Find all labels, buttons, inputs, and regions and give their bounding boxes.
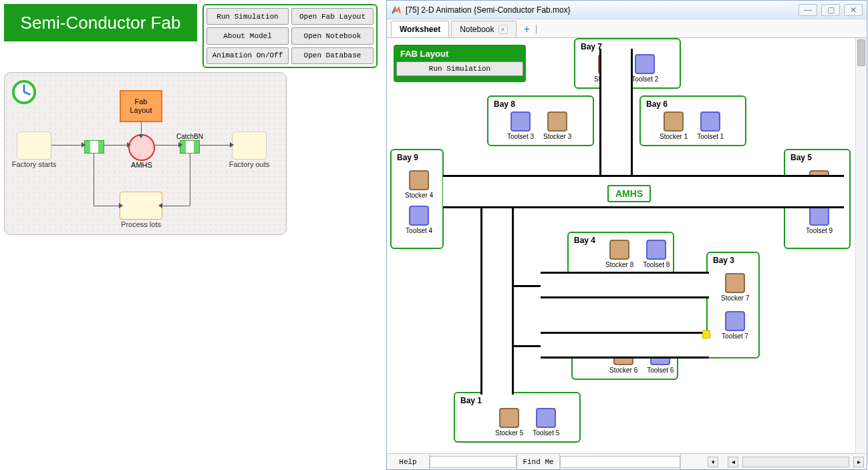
tab-bar: Worksheet Notebook× + <box>387 19 867 38</box>
stocker-8-label: Stocker 8 <box>605 261 633 268</box>
bay-1[interactable]: Bay 1 Stocker 5 Toolset 5 <box>454 392 581 443</box>
bay-6[interactable]: Bay 6 Stocker 1 Toolset 1 <box>639 95 746 146</box>
about-model-button[interactable]: About Model <box>206 27 289 44</box>
bay-1-title: Bay 1 <box>460 396 482 405</box>
toolset-3-label: Toolset 3 <box>507 133 534 140</box>
process-lots-node[interactable]: Process lots <box>120 192 162 220</box>
factory-starts-node[interactable]: Factory starts <box>17 132 51 160</box>
arrow <box>94 154 94 206</box>
arrow <box>162 206 190 206</box>
amhs-node[interactable]: AMHS <box>128 134 155 161</box>
control-button-panel: Run Simulation Open Fab Layout About Mod… <box>202 4 378 68</box>
tab-worksheet[interactable]: Worksheet <box>391 21 449 37</box>
fab-layout-title: FAB Layout <box>400 49 523 59</box>
toolset-7[interactable]: Toolset 7 <box>721 311 749 340</box>
toolset-4[interactable]: Toolset 4 <box>405 206 433 234</box>
toolset-1-label: Toolset 1 <box>697 133 724 140</box>
arrow <box>200 145 230 146</box>
scroll-right-button[interactable]: ▸ <box>853 457 864 467</box>
amhs-stub <box>511 285 541 287</box>
run-simulation-button[interactable]: Run Simulation <box>206 8 289 25</box>
tab-notebook-label: Notebook <box>460 25 494 34</box>
bay-8[interactable]: Bay 8 Toolset 3 Stocker 3 <box>487 95 594 146</box>
find-me-cell[interactable]: Find Me <box>517 454 560 469</box>
process-diagram: Fab Layout AMHS Factory starts Factory o… <box>4 72 287 235</box>
app-logo-icon <box>391 5 402 15</box>
animation-toggle-button[interactable]: Animation On/Off <box>206 47 289 64</box>
fab-layout-node[interactable]: Fab Layout <box>120 90 162 122</box>
scroll-track[interactable] <box>742 457 849 467</box>
window-titlebar: [75] 2-D Animation {Semi-Conductor Fab.m… <box>387 1 867 19</box>
stocker-1[interactable]: Stocker 1 <box>660 111 688 140</box>
canvas-area[interactable]: FAB Layout Run Simulation AMHS Bay 7 Sto… <box>387 38 867 453</box>
status-bar: Help Find Me ▾ ◂ ▸ <box>387 453 867 469</box>
toolset-8[interactable]: Toolset 8 <box>643 240 670 268</box>
amhs-track-v2 <box>480 208 514 395</box>
horizontal-scrollbar[interactable]: ▾ ◂ ▸ <box>681 457 867 467</box>
stocker-5-label: Stocker 5 <box>495 429 523 437</box>
bay-3[interactable]: Bay 3 Stocker 7 Toolset 7 <box>706 252 760 359</box>
toolset-9-label: Toolset 9 <box>806 227 833 234</box>
title-banner: Semi-Conductor Fab <box>4 4 197 41</box>
toolset-3[interactable]: Toolset 3 <box>507 111 534 140</box>
bay-4[interactable]: Bay 4 Stocker 8 Toolset 8 <box>567 232 674 274</box>
status-input-1[interactable] <box>430 456 517 468</box>
toolset-5-label: Toolset 5 <box>533 429 559 437</box>
catchbn-label: CatchBN <box>176 133 203 140</box>
clock-icon <box>11 79 37 105</box>
window-title: [75] 2-D Animation {Semi-Conductor Fab.m… <box>406 5 571 15</box>
window-maximize-button[interactable]: ▢ <box>821 4 840 16</box>
open-notebook-button[interactable]: Open Notebook <box>291 27 374 44</box>
amhs-track-v1 <box>599 49 633 89</box>
tab-cursor-icon <box>536 25 537 34</box>
stocker-7-label: Stocker 7 <box>721 294 749 302</box>
arrow <box>104 145 127 146</box>
arrow <box>94 206 119 206</box>
toolset-9[interactable]: Toolset 9 <box>805 206 833 234</box>
help-cell[interactable]: Help <box>387 454 430 469</box>
stocker-7[interactable]: Stocker 7 <box>721 273 749 302</box>
tab-notebook[interactable]: Notebook× <box>451 21 516 37</box>
amhs-track-h2 <box>541 272 709 298</box>
stocker-8[interactable]: Stocker 8 <box>605 240 633 268</box>
amhs-stub <box>511 345 541 347</box>
stocker-5[interactable]: Stocker 5 <box>495 408 523 437</box>
toolset-1[interactable]: Toolset 1 <box>697 111 724 140</box>
toolset-2[interactable]: Toolset 2 <box>631 54 658 83</box>
factory-starts-label: Factory starts <box>12 160 57 168</box>
toolset-6-label: Toolset 6 <box>647 367 674 374</box>
flow-gate-right[interactable]: CatchBN <box>180 140 200 154</box>
arrow <box>190 154 190 206</box>
scroll-dropdown-icon[interactable]: ▾ <box>708 457 718 467</box>
toolset-5[interactable]: Toolset 5 <box>533 408 559 437</box>
open-database-button[interactable]: Open Database <box>291 47 374 64</box>
flow-gate-left[interactable] <box>84 140 104 154</box>
process-lots-label: Process lots <box>121 220 161 228</box>
stocker-4[interactable]: Stocker 4 <box>405 170 433 199</box>
bay-9-title: Bay 9 <box>397 153 418 162</box>
stocker-1-label: Stocker 1 <box>660 133 688 140</box>
toolset-4-label: Toolset 4 <box>406 227 432 234</box>
tab-close-icon[interactable]: × <box>498 25 508 34</box>
tab-add-button[interactable]: + <box>521 23 533 35</box>
status-input-2[interactable] <box>560 456 680 468</box>
vertical-scrollbar[interactable] <box>855 38 867 453</box>
factory-outs-node[interactable]: Factory outs <box>232 132 267 160</box>
bay-8-title: Bay 8 <box>494 99 515 109</box>
tab-worksheet-label: Worksheet <box>400 25 440 34</box>
factory-outs-label: Factory outs <box>229 160 270 168</box>
bay-6-title: Bay 6 <box>646 99 668 109</box>
scrollbar-thumb[interactable] <box>857 39 865 66</box>
stocker-4-label: Stocker 4 <box>405 192 433 199</box>
stocker-3[interactable]: Stocker 3 <box>543 111 571 140</box>
toolset-2-label: Toolset 2 <box>631 75 658 83</box>
open-fab-layout-button[interactable]: Open Fab Layout <box>291 8 374 25</box>
amhs-big-label: AMHS <box>607 185 651 202</box>
toolset-7-label: Toolset 7 <box>722 332 748 340</box>
window-close-button[interactable]: ✕ <box>844 4 863 16</box>
bay-9[interactable]: Bay 9 Stocker 4 Toolset 4 <box>390 149 444 249</box>
window-minimize-button[interactable]: — <box>799 4 817 16</box>
toolset-8-label: Toolset 8 <box>643 261 670 268</box>
fab-run-simulation-button[interactable]: Run Simulation <box>396 61 523 76</box>
scroll-left-button[interactable]: ◂ <box>728 457 738 467</box>
